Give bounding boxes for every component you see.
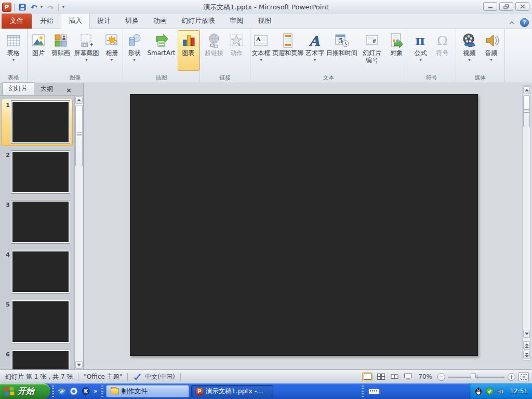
slide-thumb-image[interactable] [11,201,70,243]
previous-slide-button[interactable] [523,341,530,350]
taskbar-button-powerpoint[interactable]: P 演示文稿1.pptx -... [191,385,273,397]
reading-view-button[interactable] [389,373,400,381]
slide-canvas[interactable] [130,94,478,356]
zoom-level[interactable]: 70% [416,373,434,380]
customize-qat-button[interactable]: ▾ [61,4,65,10]
button-label: 视频 [463,49,476,57]
minimize-button[interactable] [483,2,497,11]
video-button[interactable]: 视频 ▾ [459,30,481,71]
quick-access-toolbar: P ▾ ▾ [0,3,65,12]
taskbar: 开始 e K » 制作文件 P 演示文稿1.pptx -... 12:51 [0,383,532,399]
scroll-up-button[interactable] [523,86,530,94]
slide-number-button[interactable]: # 幻灯片 编号 [358,30,386,71]
tab-outline[interactable]: 大纲 [34,83,59,95]
header-footer-button[interactable]: 页眉和页脚 [272,30,304,71]
insert-table-button[interactable]: 表格 ▾ [3,30,24,71]
scroll-down-button[interactable] [523,330,530,338]
theme-name[interactable]: "Office 主题" [78,373,127,381]
insert-clipart-button[interactable]: 剪贴画 [49,30,72,71]
slide-thumb-image[interactable] [11,300,70,343]
scroll-down-button[interactable] [75,361,83,369]
keyboard-icon[interactable] [368,388,380,395]
smartart-button[interactable]: SmartArt [145,30,177,71]
tab-review[interactable]: 审阅 [222,14,250,29]
textbox-button[interactable]: A 文本框 ▾ [250,30,272,71]
slide-thumb-image[interactable] [11,350,70,369]
hyperlink-icon [205,32,223,49]
zoom-in-button[interactable]: + [508,373,515,381]
k-app-icon[interactable]: K [82,387,90,395]
next-slide-button[interactable] [523,351,530,359]
tab-slides[interactable]: 幻灯片 [2,82,34,95]
tab-transitions[interactable]: 切换 [118,14,146,29]
language-status[interactable]: 中文(中国) [128,373,180,381]
tab-home[interactable]: 开始 [33,14,61,29]
tab-file[interactable]: 文件 [2,14,32,29]
slide-thumbnail-4[interactable]: 4 [1,248,73,296]
slide-thumb-image[interactable] [11,151,70,193]
redo-button [45,3,56,11]
slide-thumb-image[interactable] [11,101,70,143]
redo-icon [46,4,55,11]
restore-button[interactable] [499,2,513,11]
wordart-button[interactable]: A 艺术字 ▾ [304,30,326,71]
insert-picture-button[interactable]: 图片 [28,30,49,71]
zoom-slider[interactable] [448,373,504,381]
slide-thumbnail-5[interactable]: 5 [1,298,73,345]
collapse-ribbon-icon[interactable] [509,21,515,25]
help-button[interactable]: ? [520,18,529,27]
fit-to-window-button[interactable] [518,373,529,381]
volume-tray-icon[interactable] [497,388,504,395]
chart-button[interactable]: 图表 [178,30,200,71]
slide-thumbnail-6[interactable]: 6 [1,348,73,369]
scroll-up-button[interactable] [75,96,83,104]
slide-thumbnail-2[interactable]: 2 [1,149,73,196]
tab-view[interactable]: 视图 [250,14,278,29]
symbol-icon: Ω [434,32,451,49]
slideshow-view-button[interactable] [403,373,413,381]
slide-thumb-image[interactable] [11,250,70,293]
tab-insert[interactable]: 插入 [61,13,90,29]
zoom-out-button[interactable]: − [437,373,445,381]
scrollbar-thumb[interactable] [75,105,83,166]
slide-number-icon: # [363,32,381,49]
undo-button[interactable]: ▾ [29,3,44,11]
tab-animations[interactable]: 动画 [146,14,174,29]
video-icon [461,32,478,49]
tab-slideshow[interactable]: 幻灯片放映 [174,14,222,29]
shield-tray-icon[interactable] [486,387,494,395]
taskbar-button-folder[interactable]: 制作文件 [106,385,189,397]
browser-icon[interactable] [70,387,78,395]
slide-sorter-view-button[interactable] [376,373,386,381]
thumb-grip [77,132,82,136]
photo-album-button[interactable]: 相册 ▾ [101,30,123,71]
tab-design[interactable]: 设计 [90,14,118,29]
slide-panel-scrollbar[interactable] [74,96,83,369]
qq-tray-icon[interactable] [474,387,483,395]
double-down-arrow-icon [525,353,529,357]
audio-button[interactable]: 音频 ▾ [481,30,502,71]
scrollbar-thumb[interactable] [523,95,530,127]
save-button[interactable] [17,3,28,12]
panel-close-icon[interactable]: × [66,87,72,94]
slide-thumbnail-3[interactable]: 3 [1,198,73,246]
object-button[interactable]: 对象 [386,30,407,71]
equation-button[interactable]: π 公式 ▾ [410,30,432,71]
slider-thumb[interactable] [471,374,476,380]
slide-number: 1 [3,101,11,109]
screenshot-button[interactable]: 屏幕截图 ▾ [72,30,101,71]
start-button[interactable]: 开始 [0,383,50,399]
date-time-button[interactable]: 5 日期和时间 [325,30,358,71]
shapes-button[interactable]: 形状 ▾ [123,30,145,71]
normal-view-button[interactable] [362,373,373,381]
internet-explorer-icon[interactable]: e [58,387,66,395]
ribbon-tab-bar: 文件 开始 插入 设计 切换 动画 幻灯片放映 审阅 视图 ? [0,14,532,29]
slide-thumbnail-1[interactable]: 1 [1,99,73,146]
clipart-icon [52,32,70,49]
undo-dropdown-arrow[interactable]: ▾ [41,5,43,9]
close-button[interactable] [515,2,529,11]
clock[interactable]: 12:51 [508,388,528,395]
powerpoint-logo-icon[interactable]: P [2,3,11,12]
quick-launch-more-icon[interactable]: » [94,388,98,395]
main-scrollbar[interactable] [522,85,531,361]
